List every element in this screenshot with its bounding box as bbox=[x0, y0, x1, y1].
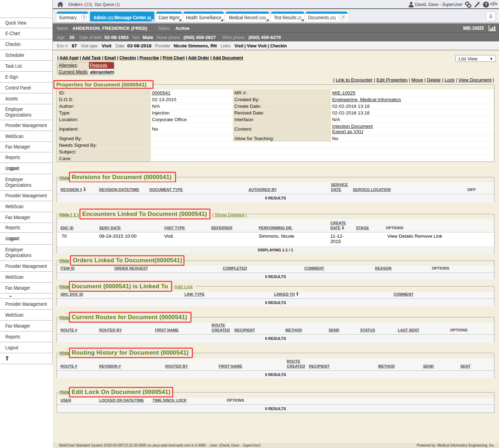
svg-text:?: ? bbox=[485, 2, 487, 7]
